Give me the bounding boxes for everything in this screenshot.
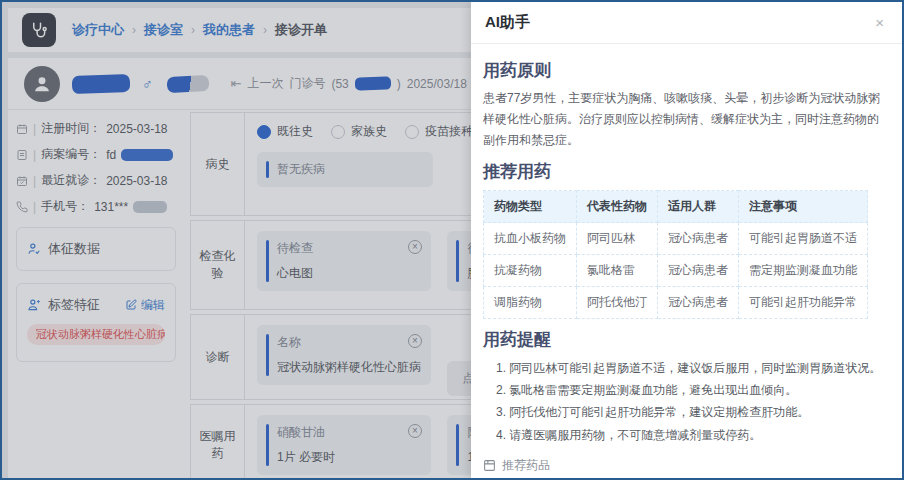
- male-gender-icon: ♂: [142, 76, 153, 92]
- reminder-item: 3. 阿托伐他汀可能引起肝功能异常，建议定期检查肝功能。: [483, 401, 884, 423]
- cell: 抗血小板药物: [484, 223, 577, 255]
- recommend-section-title: 推荐用药: [483, 160, 884, 183]
- phone-label: 手机号：: [41, 198, 89, 215]
- visit-number-prefix: (53: [331, 77, 348, 91]
- case-number-row: | 病案编号： fd: [16, 146, 176, 163]
- history-row-label: 病史: [191, 113, 245, 215]
- reminders-section-title: 用药提醒: [483, 328, 884, 351]
- visit-number-label: 门诊号: [289, 75, 325, 92]
- ai-panel-body: 用药原则 患者77岁男性，主要症状为胸痛、咳嗽咳痰、头晕，初步诊断为冠状动脉粥样…: [471, 44, 902, 478]
- reminder-item: 4. 请遵医嘱服用药物，不可随意增减剂量或停药。: [483, 424, 884, 446]
- recommended-drugs-table: 药物类型 代表性药物 适用人群 注意事项 抗血小板药物 阿司匹林 冠心病患者 可…: [483, 190, 868, 319]
- breadcrumb-item-current: 接诊开单: [275, 21, 327, 39]
- stethoscope-icon[interactable]: [22, 13, 56, 47]
- diagnosis-row-label: 诊断: [191, 315, 245, 399]
- remove-icon[interactable]: ×: [408, 424, 422, 438]
- exam-card-ecg[interactable]: 待检查 心电图 ×: [257, 231, 431, 291]
- col-applicable-group: 适用人群: [658, 191, 739, 223]
- chevron-right-icon: ›: [132, 23, 136, 37]
- reminder-item: 1. 阿司匹林可能引起胃肠道不适，建议饭后服用，同时监测胃肠道状况。: [483, 357, 884, 379]
- divider: |: [33, 200, 36, 214]
- remove-icon[interactable]: ×: [408, 334, 422, 348]
- registration-date-value: 2025-03-18: [106, 122, 167, 136]
- table-header-row: 药物类型 代表性药物 适用人群 注意事项: [484, 191, 868, 223]
- radio-dot-icon: [331, 125, 345, 139]
- chevron-right-icon: ›: [191, 23, 195, 37]
- diagnosis-name: 冠状动脉粥样硬化性心脏病: [277, 358, 421, 376]
- breadcrumb: 诊疗中心 › 接诊室 › 我的患者 › 接诊开单: [72, 21, 327, 39]
- vitals-card[interactable]: 体征数据: [16, 227, 176, 271]
- chevron-right-icon: ›: [263, 23, 267, 37]
- radio-family-history[interactable]: 家族史: [331, 123, 387, 140]
- breadcrumb-item-consult-room[interactable]: 接诊室: [144, 21, 183, 39]
- case-number-redacted: [121, 149, 173, 161]
- patient-avatar: [24, 66, 60, 102]
- edit-label: 编辑: [141, 297, 165, 314]
- registration-date-row: | 注册时间： 2025-03-18: [16, 120, 176, 137]
- history-note: 暂无疾病: [277, 161, 423, 178]
- cell: 阿托伐他汀: [577, 287, 658, 319]
- recommended-products-header: 推荐药品: [483, 457, 884, 474]
- table-row: 调脂药物 阿托伐他汀 冠心病患者 可能引起肝功能异常: [484, 287, 868, 319]
- cell: 冠心病患者: [658, 223, 739, 255]
- patient-info-sidebar: | 注册时间： 2025-03-18 | 病案编号： fd | 最: [8, 110, 188, 478]
- registration-date-label: 注册时间：: [41, 120, 101, 137]
- app-window: 诊疗中心 › 接诊室 › 我的患者 › 接诊开单 ♂ ⇤ 上一次: [0, 0, 904, 480]
- cell: 冠心病患者: [658, 287, 739, 319]
- divider: |: [33, 148, 36, 162]
- col-precautions: 注意事项: [739, 191, 868, 223]
- medication-name: 硝酸甘油: [277, 424, 421, 441]
- breadcrumb-item-my-patients[interactable]: 我的患者: [203, 21, 255, 39]
- ai-panel-header: AI助手 ×: [471, 2, 902, 44]
- cell: 需定期监测凝血功能: [739, 255, 868, 287]
- exams-row-label: 检查化验: [191, 221, 245, 309]
- radio-dot-icon: [257, 125, 271, 139]
- diagnosis-field-label: 名称: [277, 334, 421, 351]
- case-number-value: fd: [106, 148, 116, 162]
- recommended-products-title: 推荐药品: [502, 457, 550, 474]
- edit-tags-button[interactable]: 编辑: [125, 297, 165, 314]
- breadcrumb-item-clinic-center[interactable]: 诊疗中心: [72, 21, 124, 39]
- medication-card-nitroglycerin[interactable]: 硝酸甘油 1片 必要时 ×: [257, 415, 431, 475]
- medication-row-label: 医嘱用药: [191, 405, 245, 478]
- reminder-item: 2. 氯吡格雷需要定期监测凝血功能，避免出现出血倾向。: [483, 379, 884, 401]
- phone-icon: [16, 201, 28, 213]
- exam-name: 心电图: [277, 264, 421, 282]
- vitals-title: 体征数据: [48, 240, 100, 258]
- cell: 调脂药物: [484, 287, 577, 319]
- phone-row: | 手机号： 131***: [16, 198, 176, 215]
- exam-status: 待检查: [277, 240, 421, 257]
- cell: 阿司匹林: [577, 223, 658, 255]
- cell: 可能引起肝功能异常: [739, 287, 868, 319]
- diagnosis-card[interactable]: 名称 冠状动脉粥样硬化性心脏病 ×: [257, 325, 431, 385]
- visit-number-redacted: [355, 76, 391, 90]
- cell: 氯吡格雷: [577, 255, 658, 287]
- ai-assistant-panel: AI助手 × 用药原则 患者77岁男性，主要症状为胸痛、咳嗽咳痰、头晕，初步诊断…: [471, 2, 902, 478]
- tags-title: 标签特征: [48, 296, 100, 314]
- table-row: 抗凝药物 氯吡格雷 冠心病患者 需定期监测凝血功能: [484, 255, 868, 287]
- patient-info-redacted: [166, 74, 209, 92]
- last-visit-value: 2025-03-18: [106, 174, 167, 188]
- disease-tag[interactable]: 冠状动脉粥样硬化性心脏病: [27, 324, 165, 345]
- ai-panel-title: AI助手: [485, 13, 530, 32]
- remove-icon[interactable]: ×: [408, 240, 422, 254]
- radio-past-history[interactable]: 既往史: [257, 123, 313, 140]
- visit-number-suffix: ): [397, 77, 401, 91]
- prev-visit-icon[interactable]: ⇤: [231, 76, 242, 91]
- edit-pencil-icon: [125, 299, 137, 311]
- prev-visit-label[interactable]: 上一次: [247, 75, 283, 92]
- user-vitals-icon: [27, 242, 41, 256]
- calendar-icon: [16, 123, 28, 135]
- patient-name-redacted: [72, 73, 131, 93]
- close-icon[interactable]: ×: [875, 14, 884, 31]
- cell: 冠心病患者: [658, 255, 739, 287]
- table-row: 抗血小板药物 阿司匹林 冠心病患者 可能引起胃肠道不适: [484, 223, 868, 255]
- cell: 可能引起胃肠道不适: [739, 223, 868, 255]
- phone-value: 131***: [94, 200, 128, 214]
- principles-section-title: 用药原则: [483, 59, 884, 82]
- calendar-check-icon: [16, 175, 28, 187]
- last-visit-label: 最近就诊：: [41, 172, 101, 189]
- last-visit-row: | 最近就诊： 2025-03-18: [16, 172, 176, 189]
- history-note-card[interactable]: 暂无疾病: [257, 152, 433, 187]
- radio-dot-icon: [405, 125, 419, 139]
